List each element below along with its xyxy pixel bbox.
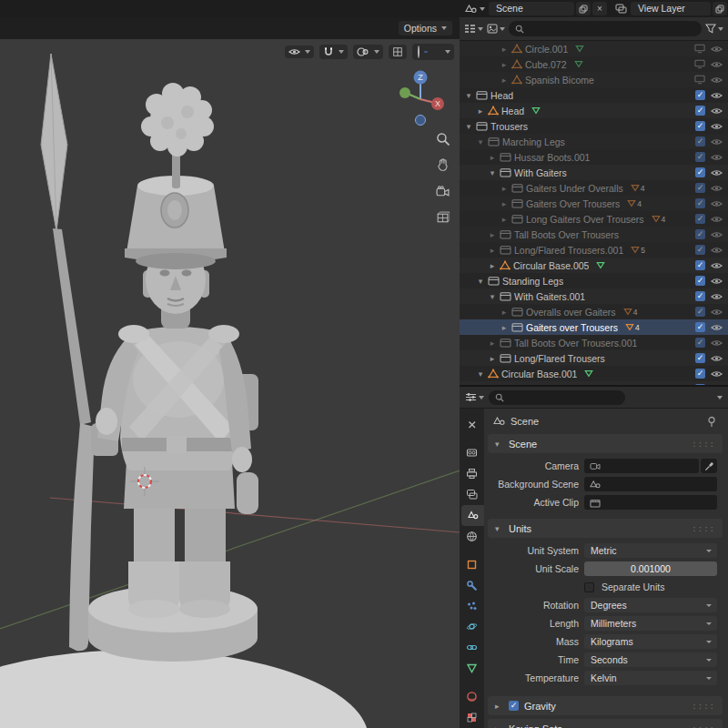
- mass-dropdown[interactable]: Kilograms: [584, 634, 717, 649]
- hide-eye-icon[interactable]: [711, 323, 723, 332]
- exclude-checkbox[interactable]: ✓: [695, 307, 705, 317]
- exclude-checkbox[interactable]: ✓: [695, 167, 705, 177]
- 3d-viewport[interactable]: Options: [0, 17, 460, 728]
- rotation-dropdown[interactable]: Degrees: [584, 598, 717, 612]
- hide-eye-icon[interactable]: [711, 184, 723, 193]
- outliner-row[interactable]: ▸Long/Flared Trousers.0015✓: [460, 242, 728, 258]
- properties-tab-constraints[interactable]: [460, 637, 484, 658]
- hide-eye-icon[interactable]: [711, 339, 723, 348]
- drag-handle[interactable]: ::::: [692, 724, 715, 728]
- shading-wireframe-icon[interactable]: [416, 46, 421, 58]
- units-panel-header[interactable]: ▾ Units ::::: [488, 519, 723, 538]
- expand-arrow-icon[interactable]: ▸: [500, 308, 509, 317]
- outliner-row[interactable]: ▸Cube.072: [460, 56, 728, 72]
- expand-arrow-icon[interactable]: ▸: [500, 60, 509, 69]
- outliner-row[interactable]: ▸Gaiters over Trousers4✓: [460, 319, 728, 335]
- outliner-item-label[interactable]: Long/Flared Trousers: [514, 353, 605, 364]
- toy-soldier-figurine[interactable]: [0, 17, 460, 728]
- hide-eye-icon[interactable]: [711, 277, 723, 286]
- outliner-item-label[interactable]: Tall Boots Over Trousers: [514, 229, 619, 240]
- outliner-row[interactable]: ▾Marching Legs✓: [460, 134, 728, 149]
- camera-view-icon[interactable]: [434, 183, 450, 199]
- filter-funnel-icon[interactable]: [705, 24, 723, 34]
- unit-system-dropdown[interactable]: Metric: [584, 543, 717, 558]
- expand-arrow-icon[interactable]: ▾: [488, 292, 497, 301]
- shading-rendered-icon[interactable]: [437, 51, 440, 53]
- properties-tab-render[interactable]: [460, 442, 484, 463]
- outliner-item-label[interactable]: Gaiters over Trousers: [526, 322, 618, 333]
- hide-eye-icon[interactable]: [711, 45, 723, 54]
- hide-eye-icon[interactable]: [711, 292, 723, 301]
- drag-handle[interactable]: ::::: [692, 702, 715, 711]
- properties-tab-output[interactable]: [460, 463, 484, 484]
- time-dropdown[interactable]: Seconds: [584, 652, 717, 667]
- outliner-item-label[interactable]: Cube.072: [525, 59, 567, 70]
- outliner-item-label[interactable]: Trousers: [490, 121, 528, 132]
- properties-tab-texture[interactable]: [460, 707, 484, 728]
- exclude-checkbox[interactable]: ✓: [695, 198, 705, 208]
- expand-arrow-icon[interactable]: ▾: [476, 369, 485, 379]
- hide-eye-icon[interactable]: [711, 230, 723, 239]
- expand-arrow-icon[interactable]: ▸: [488, 339, 497, 348]
- hide-eye-icon[interactable]: [711, 91, 723, 100]
- hide-eye-icon[interactable]: [711, 122, 723, 131]
- scene-browse-icon[interactable]: [463, 4, 487, 15]
- editor-type-icon[interactable]: [464, 24, 483, 34]
- exclude-checkbox[interactable]: ✓: [695, 245, 705, 255]
- disable-viewport-icon[interactable]: [694, 44, 705, 54]
- outliner-item-label[interactable]: Tall Boots Over Trousers.001: [514, 338, 637, 349]
- exclude-checkbox[interactable]: ✓: [695, 291, 705, 301]
- outliner-item-label[interactable]: Gaiters Over Trousers: [526, 198, 620, 209]
- outliner-row[interactable]: ▾Head✓: [460, 87, 728, 103]
- hide-eye-icon[interactable]: [711, 60, 723, 69]
- properties-header-menu-icon[interactable]: [717, 396, 723, 399]
- unit-scale-input[interactable]: 0.001000: [584, 561, 717, 576]
- zoom-icon[interactable]: [434, 130, 450, 147]
- proportional-circles-icon[interactable]: [353, 45, 383, 59]
- expand-arrow-icon[interactable]: ▸: [488, 261, 497, 270]
- scene-panel-header[interactable]: ▾ Scene ::::: [488, 434, 723, 453]
- outliner-item-label[interactable]: Marching Legs: [502, 136, 565, 147]
- exclude-checkbox[interactable]: ✓: [695, 214, 705, 224]
- expand-arrow-icon[interactable]: ▸: [500, 184, 509, 193]
- properties-tab-particles[interactable]: [460, 596, 484, 617]
- background-scene-field[interactable]: [584, 477, 717, 491]
- properties-tab-modifiers[interactable]: [460, 575, 484, 596]
- outliner-item-label[interactable]: Long Gaiters Over Trousers: [526, 214, 644, 225]
- hide-eye-icon[interactable]: [711, 137, 723, 147]
- outliner-row[interactable]: ▸Circular Base.005✓: [460, 258, 728, 273]
- outliner-item-label[interactable]: Head: [490, 90, 513, 101]
- properties-tab-world[interactable]: [460, 526, 484, 547]
- expand-arrow-icon[interactable]: ▸: [488, 246, 497, 255]
- expand-arrow-icon[interactable]: ▸: [488, 354, 497, 363]
- expand-arrow-icon[interactable]: ▸: [500, 199, 509, 208]
- expand-arrow-icon[interactable]: ▸: [488, 153, 497, 162]
- outliner-item-label[interactable]: Overalls over Gaiters: [526, 307, 616, 318]
- hide-eye-icon[interactable]: [711, 215, 723, 224]
- outliner-row[interactable]: ▸Gaiters Over Trousers4✓: [460, 196, 728, 211]
- new-scene-button[interactable]: [576, 2, 591, 15]
- properties-tab-material[interactable]: [460, 686, 484, 707]
- gravity-checkbox[interactable]: ✓: [509, 701, 519, 711]
- hide-eye-icon[interactable]: [711, 369, 723, 379]
- outliner-row[interactable]: ▸Gaiters Under Overalls4✓: [460, 180, 728, 196]
- disable-viewport-icon[interactable]: [694, 75, 705, 85]
- camera-field[interactable]: [584, 459, 699, 473]
- properties-tab-physics[interactable]: [460, 616, 484, 637]
- pin-icon[interactable]: [706, 416, 717, 428]
- temperature-dropdown[interactable]: Kelvin: [584, 671, 717, 685]
- expand-arrow-icon[interactable]: ▾: [464, 122, 473, 131]
- outliner-item-label[interactable]: Standing Legs: [502, 276, 563, 287]
- properties-tab-object-data[interactable]: [460, 658, 484, 679]
- properties-tab-scene[interactable]: [461, 505, 484, 526]
- hide-eye-icon[interactable]: [711, 168, 723, 177]
- properties-search[interactable]: [489, 390, 625, 405]
- exclude-checkbox[interactable]: ✓: [695, 90, 705, 100]
- display-mode-icon[interactable]: [487, 24, 505, 34]
- outliner-item-label[interactable]: Circle.001: [525, 44, 568, 55]
- outliner-row[interactable]: ▸Spanish Bicome: [460, 72, 728, 87]
- expand-arrow-icon[interactable]: ▸: [476, 106, 485, 116]
- exclude-checkbox[interactable]: ✓: [695, 322, 705, 332]
- eyedropper-icon[interactable]: [701, 459, 717, 473]
- add-view-layer-button[interactable]: [713, 2, 727, 15]
